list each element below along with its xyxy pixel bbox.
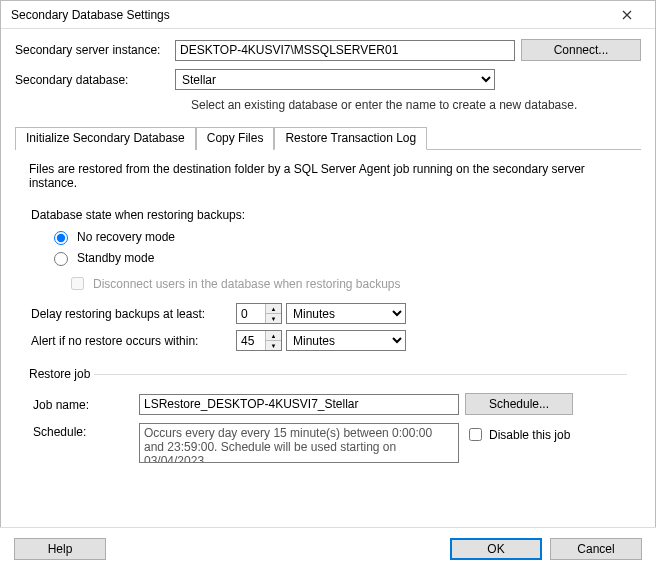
schedule-text [139, 423, 459, 463]
close-button[interactable] [607, 2, 647, 28]
db-state-label: Database state when restoring backups: [31, 208, 625, 222]
disconnect-checkbox [71, 277, 84, 290]
no-recovery-radio[interactable]: No recovery mode [49, 228, 627, 245]
disable-job-row[interactable]: Disable this job [465, 425, 570, 444]
disconnect-label: Disconnect users in the database when re… [93, 277, 401, 291]
alert-up-arrow[interactable]: ▲ [266, 331, 281, 341]
alert-down-arrow[interactable]: ▼ [266, 341, 281, 350]
delay-unit-select[interactable]: Minutes [286, 303, 406, 324]
database-hint: Select an existing database or enter the… [191, 98, 641, 112]
job-name-label: Job name: [33, 396, 133, 412]
restore-job-legend: Restore job [29, 367, 94, 381]
window-title: Secondary Database Settings [11, 8, 170, 22]
standby-radio-input[interactable] [54, 252, 68, 266]
no-recovery-radio-input[interactable] [54, 231, 68, 245]
schedule-label: Schedule: [33, 423, 133, 439]
delay-label: Delay restoring backups at least: [31, 307, 236, 321]
delay-spinner[interactable]: ▲ ▼ [236, 303, 282, 324]
restore-tab-panel: Files are restored from the destination … [15, 160, 641, 481]
tab-initialize[interactable]: Initialize Secondary Database [15, 127, 196, 150]
connect-button[interactable]: Connect... [521, 39, 641, 61]
footer: Help OK Cancel [0, 527, 656, 570]
restore-job-fieldset: Restore job Job name: Schedule... Schedu… [29, 367, 627, 471]
help-button[interactable]: Help [14, 538, 106, 560]
standby-label: Standby mode [77, 251, 154, 265]
disable-job-checkbox[interactable] [469, 428, 482, 441]
delay-up-arrow[interactable]: ▲ [266, 304, 281, 314]
restore-intro: Files are restored from the destination … [29, 162, 627, 190]
delay-value-input[interactable] [237, 304, 265, 323]
alert-label: Alert if no restore occurs within: [31, 334, 236, 348]
alert-value-input[interactable] [237, 331, 265, 350]
delay-down-arrow[interactable]: ▼ [266, 314, 281, 323]
ok-button[interactable]: OK [450, 538, 542, 560]
dialog-content: Secondary server instance: Connect... Se… [1, 29, 655, 489]
disconnect-checkbox-row: Disconnect users in the database when re… [67, 274, 627, 293]
job-name-input[interactable] [139, 394, 459, 415]
cancel-button[interactable]: Cancel [550, 538, 642, 560]
titlebar: Secondary Database Settings [1, 1, 655, 29]
schedule-button[interactable]: Schedule... [465, 393, 573, 415]
close-icon [622, 10, 632, 20]
no-recovery-label: No recovery mode [77, 230, 175, 244]
alert-unit-select[interactable]: Minutes [286, 330, 406, 351]
alert-spinner[interactable]: ▲ ▼ [236, 330, 282, 351]
disable-job-label: Disable this job [489, 428, 570, 442]
server-instance-label: Secondary server instance: [15, 43, 175, 57]
tab-restore-log[interactable]: Restore Transaction Log [274, 127, 427, 150]
tab-bar: Initialize Secondary Database Copy Files… [15, 126, 641, 150]
database-select[interactable]: Stellar [175, 69, 495, 90]
standby-radio[interactable]: Standby mode [49, 249, 627, 266]
tab-copy-files[interactable]: Copy Files [196, 127, 275, 150]
server-instance-input[interactable] [175, 40, 515, 61]
database-label: Secondary database: [15, 73, 175, 87]
